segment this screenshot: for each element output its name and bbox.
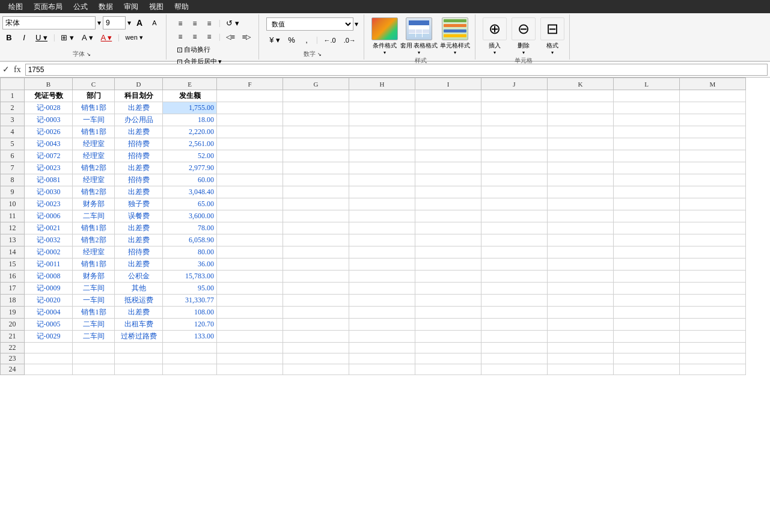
cell-f12[interactable] (217, 222, 283, 234)
cell-g21[interactable] (283, 331, 349, 343)
cell-c2[interactable]: 销售1部 (73, 102, 115, 114)
cell-h19[interactable] (349, 307, 415, 319)
cell-j18[interactable] (481, 295, 548, 307)
cell-k14[interactable] (548, 246, 614, 258)
indent-decrease-button[interactable]: ◁≡ (223, 32, 237, 42)
cell-g12[interactable] (283, 222, 349, 234)
empty-cell-22-1[interactable] (73, 343, 115, 353)
cell-g14[interactable] (283, 246, 349, 258)
cell-f11[interactable] (217, 210, 283, 222)
cell-e17[interactable]: 95.00 (163, 283, 217, 295)
cell-k15[interactable] (548, 258, 614, 271)
empty-cell-23-4[interactable] (217, 353, 283, 364)
align-left-button[interactable]: ≡ (174, 31, 187, 42)
cell-e20[interactable]: 120.70 (163, 319, 217, 331)
cell-b11[interactable]: 记-0006 (25, 210, 73, 222)
empty-cell-22-10[interactable] (614, 343, 680, 353)
cell-b8[interactable]: 记-0081 (25, 174, 73, 186)
insert-button[interactable]: 插入 (489, 41, 501, 50)
cell-j9[interactable] (481, 186, 548, 198)
row-num-14[interactable]: 14 (1, 246, 25, 258)
percent-button[interactable]: % (285, 34, 298, 46)
cell-e12[interactable]: 78.00 (163, 222, 217, 234)
row-num-17[interactable]: 17 (1, 283, 25, 295)
empty-cell-22-6[interactable] (349, 343, 415, 353)
empty-cell-22-8[interactable] (481, 343, 548, 353)
cell-g18[interactable] (283, 295, 349, 307)
cell-j3[interactable] (481, 114, 548, 126)
menu-review[interactable]: 审阅 (119, 1, 143, 13)
cell-b19[interactable]: 记-0004 (25, 307, 73, 319)
cell-e7[interactable]: 2,977.90 (163, 162, 217, 174)
cell-c19[interactable]: 销售1部 (73, 307, 115, 319)
cell-d5[interactable]: 招待费 (115, 138, 163, 150)
cell-i4[interactable] (415, 126, 481, 138)
cell-f21[interactable] (217, 331, 283, 343)
cell-i6[interactable] (415, 150, 481, 162)
cell-d7[interactable]: 出差费 (115, 162, 163, 174)
cell-m11[interactable] (680, 210, 746, 222)
font-size-dropdown-icon[interactable]: ▾ (127, 19, 131, 28)
col-header-j[interactable]: J (481, 78, 548, 90)
cell-l15[interactable] (614, 258, 680, 271)
cell-h7[interactable] (349, 162, 415, 174)
cell-i21[interactable] (415, 331, 481, 343)
header-m[interactable] (680, 90, 746, 102)
cell-l20[interactable] (614, 319, 680, 331)
header-g[interactable] (283, 90, 349, 102)
cell-l21[interactable] (614, 331, 680, 343)
empty-cell-24-1[interactable] (73, 364, 115, 375)
row-num-4[interactable]: 4 (1, 126, 25, 138)
cell-m19[interactable] (680, 307, 746, 319)
font-color-button[interactable]: A ▾ (98, 32, 115, 43)
format-dropdown[interactable]: ▾ (551, 50, 554, 55)
empty-cell-22-2[interactable] (115, 343, 163, 353)
cell-k18[interactable] (548, 295, 614, 307)
underline-button[interactable]: U ▾ (32, 32, 50, 43)
row-num-20[interactable]: 20 (1, 319, 25, 331)
cell-e18[interactable]: 31,330.77 (163, 295, 217, 307)
cell-j12[interactable] (481, 222, 548, 234)
cell-i13[interactable] (415, 234, 481, 246)
font-name-dropdown-icon[interactable]: ▾ (97, 19, 101, 28)
empty-cell-24-4[interactable] (217, 364, 283, 375)
cell-e5[interactable]: 2,561.00 (163, 138, 217, 150)
header-b[interactable]: 凭证号数 (25, 90, 73, 102)
col-header-b[interactable]: B (25, 78, 73, 90)
row-num-15[interactable]: 15 (1, 258, 25, 271)
cell-j11[interactable] (481, 210, 548, 222)
menu-page-layout[interactable]: 页面布局 (29, 1, 67, 13)
empty-cell-24-6[interactable] (349, 364, 415, 375)
cell-d21[interactable]: 过桥过路费 (115, 331, 163, 343)
checkmark-icon[interactable]: ✓ (2, 64, 10, 75)
cell-b21[interactable]: 记-0029 (25, 331, 73, 343)
empty-cell-23-6[interactable] (349, 353, 415, 364)
empty-cell-22-4[interactable] (217, 343, 283, 353)
cell-f16[interactable] (217, 271, 283, 283)
cell-k8[interactable] (548, 174, 614, 186)
cell-k21[interactable] (548, 331, 614, 343)
cell-d20[interactable]: 出租车费 (115, 319, 163, 331)
cell-g13[interactable] (283, 234, 349, 246)
align-right-button[interactable]: ≡ (203, 31, 216, 42)
corner-cell[interactable] (1, 78, 25, 90)
header-f[interactable] (217, 90, 283, 102)
cell-c4[interactable]: 销售1部 (73, 126, 115, 138)
row-num-6[interactable]: 6 (1, 150, 25, 162)
cell-e14[interactable]: 80.00 (163, 246, 217, 258)
cell-h6[interactable] (349, 150, 415, 162)
cell-i10[interactable] (415, 198, 481, 210)
cell-f2[interactable] (217, 102, 283, 114)
cell-d9[interactable]: 出差费 (115, 186, 163, 198)
cell-c21[interactable]: 二车间 (73, 331, 115, 343)
cell-b6[interactable]: 记-0072 (25, 150, 73, 162)
cell-b3[interactable]: 记-0003 (25, 114, 73, 126)
row-num-13[interactable]: 13 (1, 234, 25, 246)
col-header-i[interactable]: I (415, 78, 481, 90)
cell-b17[interactable]: 记-0009 (25, 283, 73, 295)
cell-l12[interactable] (614, 222, 680, 234)
cell-i18[interactable] (415, 295, 481, 307)
row-num-3[interactable]: 3 (1, 114, 25, 126)
row-num-19[interactable]: 19 (1, 307, 25, 319)
cell-g16[interactable] (283, 271, 349, 283)
